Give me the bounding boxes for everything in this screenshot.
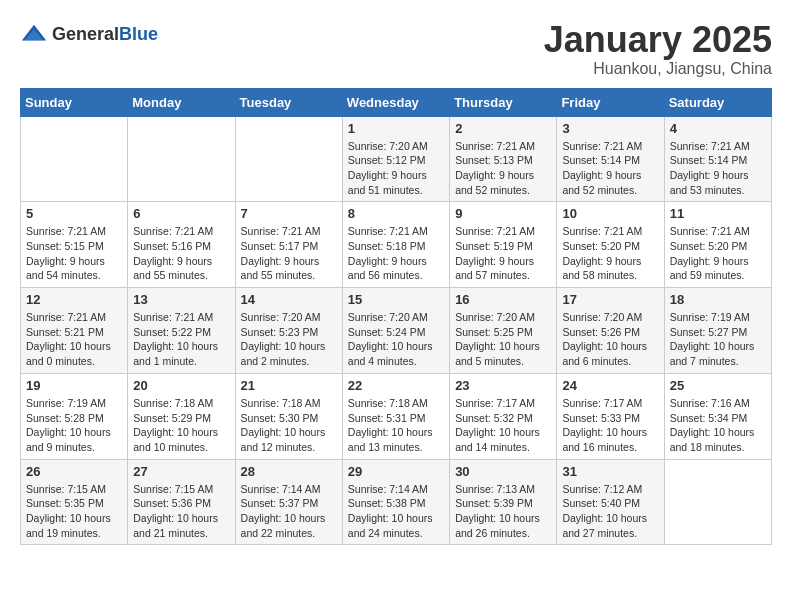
day-info: Sunrise: 7:14 AMSunset: 5:38 PMDaylight:… <box>348 482 444 541</box>
day-number: 24 <box>562 378 658 393</box>
day-info: Sunrise: 7:20 AMSunset: 5:23 PMDaylight:… <box>241 310 337 369</box>
day-info: Sunrise: 7:21 AMSunset: 5:13 PMDaylight:… <box>455 139 551 198</box>
page-header: GeneralBlue January 2025 Huankou, Jiangs… <box>20 20 772 78</box>
day-info: Sunrise: 7:21 AMSunset: 5:16 PMDaylight:… <box>133 224 229 283</box>
calendar-cell: 6 Sunrise: 7:21 AMSunset: 5:16 PMDayligh… <box>128 202 235 288</box>
day-number: 1 <box>348 121 444 136</box>
calendar-cell: 25 Sunrise: 7:16 AMSunset: 5:34 PMDaylig… <box>664 373 771 459</box>
calendar-cell: 20 Sunrise: 7:18 AMSunset: 5:29 PMDaylig… <box>128 373 235 459</box>
day-number: 5 <box>26 206 122 221</box>
calendar-cell: 17 Sunrise: 7:20 AMSunset: 5:26 PMDaylig… <box>557 288 664 374</box>
calendar-cell: 7 Sunrise: 7:21 AMSunset: 5:17 PMDayligh… <box>235 202 342 288</box>
calendar-week-row: 5 Sunrise: 7:21 AMSunset: 5:15 PMDayligh… <box>21 202 772 288</box>
day-number: 23 <box>455 378 551 393</box>
logo-icon <box>20 20 48 48</box>
logo-text-blue: Blue <box>119 24 158 44</box>
day-number: 30 <box>455 464 551 479</box>
day-info: Sunrise: 7:18 AMSunset: 5:31 PMDaylight:… <box>348 396 444 455</box>
day-number: 2 <box>455 121 551 136</box>
calendar-cell: 19 Sunrise: 7:19 AMSunset: 5:28 PMDaylig… <box>21 373 128 459</box>
calendar-cell: 29 Sunrise: 7:14 AMSunset: 5:38 PMDaylig… <box>342 459 449 545</box>
day-number: 28 <box>241 464 337 479</box>
day-info: Sunrise: 7:19 AMSunset: 5:28 PMDaylight:… <box>26 396 122 455</box>
weekday-header-sunday: Sunday <box>21 88 128 116</box>
day-info: Sunrise: 7:21 AMSunset: 5:14 PMDaylight:… <box>562 139 658 198</box>
calendar-cell: 14 Sunrise: 7:20 AMSunset: 5:23 PMDaylig… <box>235 288 342 374</box>
weekday-header-monday: Monday <box>128 88 235 116</box>
calendar-cell: 3 Sunrise: 7:21 AMSunset: 5:14 PMDayligh… <box>557 116 664 202</box>
calendar-cell: 5 Sunrise: 7:21 AMSunset: 5:15 PMDayligh… <box>21 202 128 288</box>
calendar-cell <box>664 459 771 545</box>
day-number: 25 <box>670 378 766 393</box>
calendar-week-row: 26 Sunrise: 7:15 AMSunset: 5:35 PMDaylig… <box>21 459 772 545</box>
weekday-header-saturday: Saturday <box>664 88 771 116</box>
day-number: 16 <box>455 292 551 307</box>
calendar-cell: 28 Sunrise: 7:14 AMSunset: 5:37 PMDaylig… <box>235 459 342 545</box>
day-info: Sunrise: 7:19 AMSunset: 5:27 PMDaylight:… <box>670 310 766 369</box>
calendar-cell: 15 Sunrise: 7:20 AMSunset: 5:24 PMDaylig… <box>342 288 449 374</box>
day-number: 7 <box>241 206 337 221</box>
day-number: 8 <box>348 206 444 221</box>
calendar-cell: 2 Sunrise: 7:21 AMSunset: 5:13 PMDayligh… <box>450 116 557 202</box>
weekday-header-friday: Friday <box>557 88 664 116</box>
weekday-header-tuesday: Tuesday <box>235 88 342 116</box>
calendar-cell: 9 Sunrise: 7:21 AMSunset: 5:19 PMDayligh… <box>450 202 557 288</box>
day-info: Sunrise: 7:21 AMSunset: 5:20 PMDaylight:… <box>562 224 658 283</box>
calendar-cell: 16 Sunrise: 7:20 AMSunset: 5:25 PMDaylig… <box>450 288 557 374</box>
calendar-title: January 2025 <box>544 20 772 60</box>
day-number: 17 <box>562 292 658 307</box>
calendar-cell: 1 Sunrise: 7:20 AMSunset: 5:12 PMDayligh… <box>342 116 449 202</box>
calendar-subtitle: Huankou, Jiangsu, China <box>544 60 772 78</box>
day-info: Sunrise: 7:13 AMSunset: 5:39 PMDaylight:… <box>455 482 551 541</box>
day-number: 9 <box>455 206 551 221</box>
day-number: 15 <box>348 292 444 307</box>
calendar-cell: 26 Sunrise: 7:15 AMSunset: 5:35 PMDaylig… <box>21 459 128 545</box>
calendar-cell: 23 Sunrise: 7:17 AMSunset: 5:32 PMDaylig… <box>450 373 557 459</box>
day-info: Sunrise: 7:17 AMSunset: 5:32 PMDaylight:… <box>455 396 551 455</box>
day-number: 4 <box>670 121 766 136</box>
day-info: Sunrise: 7:20 AMSunset: 5:25 PMDaylight:… <box>455 310 551 369</box>
calendar-week-row: 12 Sunrise: 7:21 AMSunset: 5:21 PMDaylig… <box>21 288 772 374</box>
calendar-cell: 11 Sunrise: 7:21 AMSunset: 5:20 PMDaylig… <box>664 202 771 288</box>
day-info: Sunrise: 7:20 AMSunset: 5:24 PMDaylight:… <box>348 310 444 369</box>
day-number: 22 <box>348 378 444 393</box>
day-info: Sunrise: 7:17 AMSunset: 5:33 PMDaylight:… <box>562 396 658 455</box>
weekday-header-thursday: Thursday <box>450 88 557 116</box>
calendar-cell: 12 Sunrise: 7:21 AMSunset: 5:21 PMDaylig… <box>21 288 128 374</box>
day-number: 6 <box>133 206 229 221</box>
day-number: 3 <box>562 121 658 136</box>
day-info: Sunrise: 7:18 AMSunset: 5:30 PMDaylight:… <box>241 396 337 455</box>
day-info: Sunrise: 7:21 AMSunset: 5:19 PMDaylight:… <box>455 224 551 283</box>
day-info: Sunrise: 7:20 AMSunset: 5:12 PMDaylight:… <box>348 139 444 198</box>
calendar-cell: 10 Sunrise: 7:21 AMSunset: 5:20 PMDaylig… <box>557 202 664 288</box>
day-number: 11 <box>670 206 766 221</box>
day-number: 26 <box>26 464 122 479</box>
day-info: Sunrise: 7:21 AMSunset: 5:21 PMDaylight:… <box>26 310 122 369</box>
day-info: Sunrise: 7:21 AMSunset: 5:15 PMDaylight:… <box>26 224 122 283</box>
day-info: Sunrise: 7:15 AMSunset: 5:35 PMDaylight:… <box>26 482 122 541</box>
day-info: Sunrise: 7:12 AMSunset: 5:40 PMDaylight:… <box>562 482 658 541</box>
day-info: Sunrise: 7:21 AMSunset: 5:18 PMDaylight:… <box>348 224 444 283</box>
day-info: Sunrise: 7:14 AMSunset: 5:37 PMDaylight:… <box>241 482 337 541</box>
calendar-cell: 21 Sunrise: 7:18 AMSunset: 5:30 PMDaylig… <box>235 373 342 459</box>
calendar-cell: 4 Sunrise: 7:21 AMSunset: 5:14 PMDayligh… <box>664 116 771 202</box>
calendar-table: SundayMondayTuesdayWednesdayThursdayFrid… <box>20 88 772 546</box>
day-number: 10 <box>562 206 658 221</box>
calendar-cell: 27 Sunrise: 7:15 AMSunset: 5:36 PMDaylig… <box>128 459 235 545</box>
calendar-cell: 22 Sunrise: 7:18 AMSunset: 5:31 PMDaylig… <box>342 373 449 459</box>
day-number: 18 <box>670 292 766 307</box>
day-number: 21 <box>241 378 337 393</box>
logo-text-general: General <box>52 24 119 44</box>
day-info: Sunrise: 7:21 AMSunset: 5:20 PMDaylight:… <box>670 224 766 283</box>
calendar-cell: 18 Sunrise: 7:19 AMSunset: 5:27 PMDaylig… <box>664 288 771 374</box>
weekday-header-row: SundayMondayTuesdayWednesdayThursdayFrid… <box>21 88 772 116</box>
day-number: 20 <box>133 378 229 393</box>
day-info: Sunrise: 7:18 AMSunset: 5:29 PMDaylight:… <box>133 396 229 455</box>
day-number: 19 <box>26 378 122 393</box>
weekday-header-wednesday: Wednesday <box>342 88 449 116</box>
calendar-cell <box>128 116 235 202</box>
day-info: Sunrise: 7:15 AMSunset: 5:36 PMDaylight:… <box>133 482 229 541</box>
day-number: 29 <box>348 464 444 479</box>
calendar-cell: 30 Sunrise: 7:13 AMSunset: 5:39 PMDaylig… <box>450 459 557 545</box>
calendar-cell: 31 Sunrise: 7:12 AMSunset: 5:40 PMDaylig… <box>557 459 664 545</box>
